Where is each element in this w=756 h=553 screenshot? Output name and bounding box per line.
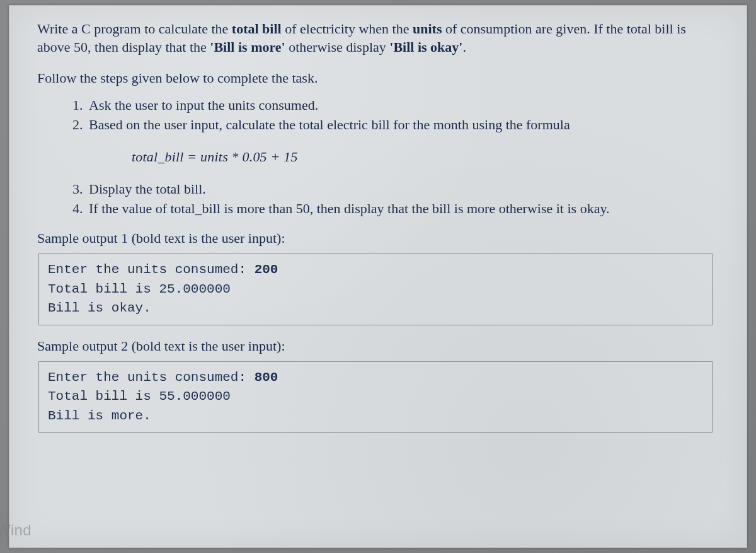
step-1: Ask the user to input the units consumed… bbox=[86, 96, 719, 114]
sample-output-2-box: Enter the units consumed: 800 Total bill… bbox=[38, 361, 713, 433]
user-input: 800 bbox=[255, 370, 278, 385]
follow-steps-text: Follow the steps given below to complete… bbox=[37, 69, 719, 87]
formula: total_bill = units * 0.05 + 15 bbox=[132, 148, 719, 166]
intro-text: of electricity when the bbox=[282, 21, 413, 37]
intro-bold-total-bill: total bill bbox=[232, 21, 282, 37]
sample-output-1-label: Sample output 1 (bold text is the user i… bbox=[37, 229, 719, 247]
output-line: Bill is more. bbox=[48, 409, 151, 423]
user-input: 200 bbox=[255, 262, 278, 277]
intro-bold-bill-okay: 'Bill is okay' bbox=[389, 39, 462, 55]
step-4: If the value of total_bill is more than … bbox=[86, 199, 719, 218]
output-line: Enter the units consumed: bbox=[48, 262, 255, 277]
steps-list: Ask the user to input the units consumed… bbox=[37, 96, 719, 134]
steps-list-cont: Display the total bill. If the value of … bbox=[37, 180, 719, 218]
intro-bold-units: units bbox=[413, 21, 442, 37]
step-3: Display the total bill. bbox=[86, 180, 719, 198]
output-line: Enter the units consumed: bbox=[48, 370, 255, 385]
sample-output-2-label: Sample output 2 (bold text is the user i… bbox=[37, 337, 719, 355]
output-line: Bill is okay. bbox=[48, 301, 151, 315]
intro-text: otherwise display bbox=[285, 39, 390, 55]
output-line: Total bill is 25.000000 bbox=[48, 282, 231, 296]
problem-statement: Write a C program to calculate the total… bbox=[37, 20, 719, 56]
step-2: Based on the user input, calculate the t… bbox=[86, 115, 719, 134]
intro-text: . bbox=[462, 39, 466, 55]
intro-bold-bill-more: 'Bill is more' bbox=[210, 39, 285, 55]
sample-output-1-box: Enter the units consumed: 200 Total bill… bbox=[38, 253, 713, 325]
output-line: Total bill is 55.000000 bbox=[48, 389, 231, 404]
document-page: Write a C program to calculate the total… bbox=[9, 5, 747, 548]
intro-text: Write a C program to calculate the bbox=[37, 21, 232, 37]
